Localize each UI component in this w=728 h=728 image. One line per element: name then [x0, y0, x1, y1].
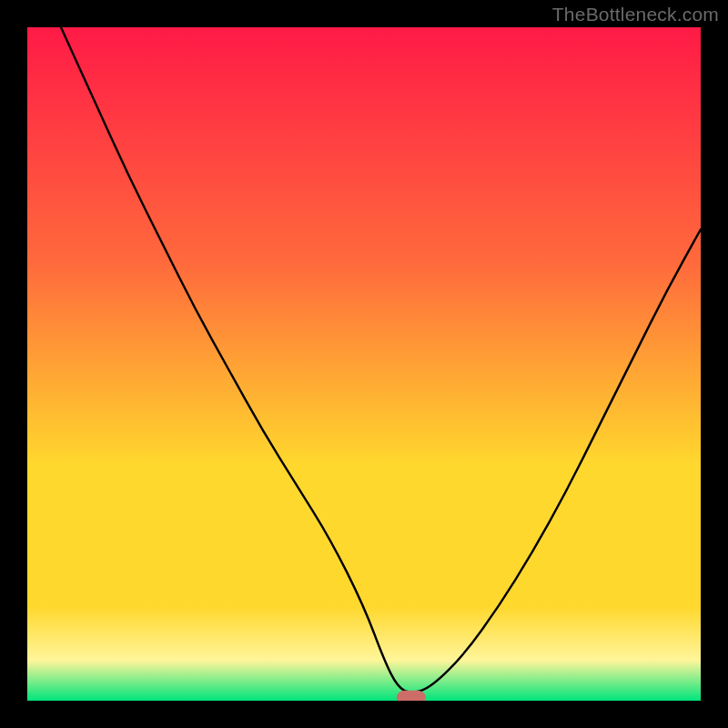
gradient-background: [27, 27, 701, 701]
optimum-marker: [397, 691, 426, 701]
watermark-text: TheBottleneck.com: [552, 4, 719, 25]
bottleneck-plot-svg: [27, 27, 701, 701]
plot-area: [27, 27, 701, 701]
chart-frame: TheBottleneck.com: [0, 0, 728, 728]
